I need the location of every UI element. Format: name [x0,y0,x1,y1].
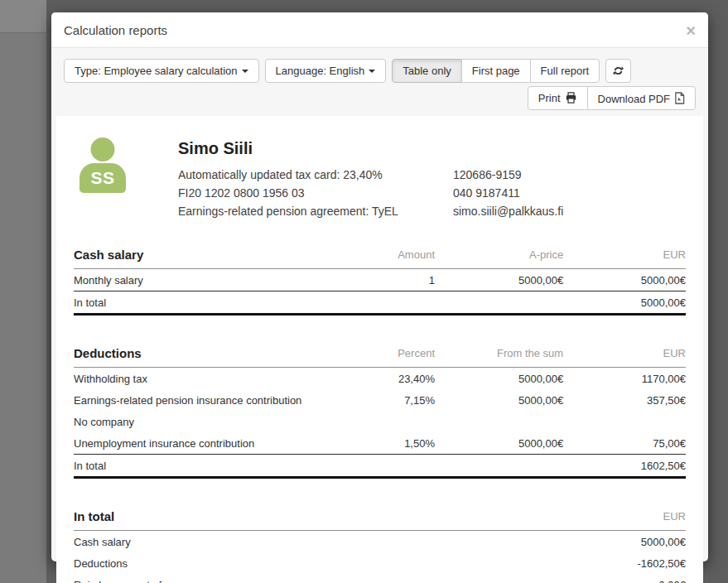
col-eur: EUR [441,504,686,531]
row-percent: 23,40% [343,368,435,390]
refresh-button[interactable] [605,59,631,83]
type-dropdown-label: Type: Employee salary calculation [75,65,238,77]
close-icon: × [686,22,696,40]
row-from-sum [435,411,563,432]
row-eur: 1170,00€ [563,368,686,390]
employee-contact: 120686-9159 040 9187411 simo.siili@palkk… [453,166,563,220]
total-value: 5000,00€ [563,292,686,315]
language-dropdown-label: Language: English [276,65,365,77]
row-label: Withholding tax [74,368,343,390]
report-toolbar: Type: Employee salary calculation Langua… [64,59,696,83]
print-button-label: Print [538,92,561,104]
cash-salary-table: Cash salary Amount A-price EUR Monthly s… [74,242,686,316]
calculation-reports-modal: Calculation reports × Type: Employee sal… [51,12,708,561]
row-amount: 1 [343,269,435,292]
row-from-sum: 5000,00€ [435,389,563,411]
phone-number: 040 9187411 [453,184,563,202]
print-button[interactable]: Print [528,86,588,110]
employee-avatar: SS [80,137,126,193]
printer-icon [565,92,577,106]
col-eur: EUR [563,242,686,269]
row-label: Earnings-related pension insurance contr… [74,389,343,411]
pension-agreement-line: Earnings-related pension agreement: TyEL [178,202,453,220]
total-label: In total [74,455,343,478]
table-row: Withholding tax 23,40% 5000,00€ 1170,00€ [74,368,686,390]
iban-line: FI20 1202 0800 1956 03 [178,184,453,202]
language-dropdown[interactable]: Language: English [265,59,387,83]
row-label: Reimbursement of expenses [74,574,441,583]
chevron-down-icon [242,70,248,73]
report-paper: SS Simo Siili Automatically updated tax … [56,116,703,583]
table-row: Unemployment insurance contribution 1,50… [74,432,686,455]
row-from-sum: 5000,00€ [435,432,563,455]
table-row: Reimbursement of expenses 0,00€ [74,574,686,583]
table-row: Earnings-related pension insurance contr… [74,389,686,411]
view-tab-group: Table only First page Full report [392,59,600,83]
download-pdf-button-label: Download PDF [598,93,670,105]
col-from-the-sum: From the sum [435,340,563,368]
summary-title: In total [74,504,441,531]
row-a-price: 5000,00€ [435,269,563,292]
email-address: simo.siili@palkkaus.fi [453,202,563,220]
type-dropdown[interactable]: Type: Employee salary calculation [64,59,259,83]
modal-header: Calculation reports × [51,12,708,48]
employee-name: Simo Siili [178,139,563,158]
pdf-file-icon [674,92,685,107]
export-button-group: Print Download PDF [528,86,696,110]
row-eur: 5000,00€ [441,531,686,553]
row-from-sum: 5000,00€ [435,368,563,390]
row-percent [343,411,435,432]
personal-id: 120686-9159 [453,166,563,184]
row-label: Monthly salary [74,269,343,292]
employee-info: Simo Siili Automatically updated tax car… [178,137,563,220]
table-row: Deductions -1602,50€ [74,552,686,574]
cash-salary-title: Cash salary [74,242,343,269]
close-button[interactable]: × [686,24,696,37]
col-percent: Percent [343,340,435,368]
row-label: Deductions [74,552,441,574]
refresh-icon [613,65,624,79]
tax-card-line: Automatically updated tax card: 23,40% [178,166,453,184]
tab-full-report[interactable]: Full report [530,59,600,83]
row-eur: 357,50€ [563,389,686,411]
total-value: 1602,50€ [563,455,686,478]
deductions-total-row: In total 1602,50€ [74,455,686,478]
row-sub-label: No company [74,411,343,432]
row-label: Cash salary [74,531,441,553]
row-label: Unemployment insurance contribution [74,432,343,455]
row-eur: 0,00€ [441,574,686,583]
page-backdrop-band [0,0,46,33]
modal-body: Type: Employee salary calculation Langua… [51,48,708,583]
export-toolbar: Print Download PDF [64,86,696,110]
row-eur [563,411,686,432]
table-row: Cash salary 5000,00€ [74,531,686,553]
table-row: No company [74,411,686,432]
row-eur: 75,00€ [563,432,686,455]
row-percent: 1,50% [343,432,435,455]
avatar-initials: SS [90,168,114,188]
avatar-torso: SS [80,163,126,193]
total-label: In total [74,292,343,315]
tab-table-only[interactable]: Table only [392,59,462,83]
deductions-table: Deductions Percent From the sum EUR With… [74,340,686,479]
modal-title: Calculation reports [64,23,167,37]
employee-details: Automatically updated tax card: 23,40% F… [178,166,453,220]
summary-table: In total EUR Cash salary 5000,00€ Deduct… [74,504,686,583]
tab-first-page[interactable]: First page [461,59,531,83]
row-percent: 7,15% [343,389,435,411]
col-a-price: A-price [435,242,563,269]
chevron-down-icon [369,70,375,73]
row-eur: -1602,50€ [441,552,686,574]
col-eur: EUR [563,340,686,368]
col-amount: Amount [343,242,435,269]
avatar-person-icon [91,137,115,161]
table-row: Monthly salary 1 5000,00€ 5000,00€ [74,269,686,292]
employee-header: SS Simo Siili Automatically updated tax … [80,137,686,220]
row-eur: 5000,00€ [563,269,686,292]
deductions-title: Deductions [74,340,343,368]
download-pdf-button[interactable]: Download PDF [587,86,696,110]
cash-salary-total-row: In total 5000,00€ [74,292,686,315]
